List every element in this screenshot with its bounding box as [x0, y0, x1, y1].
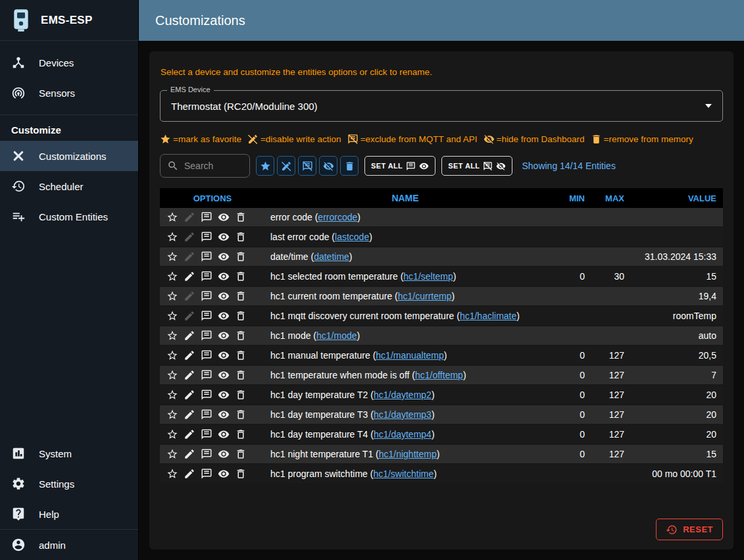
exclude-mqtt-button[interactable]: [198, 268, 215, 285]
edit-button[interactable]: [181, 228, 198, 245]
edit-button[interactable]: [181, 327, 198, 344]
sidebar-item-sensors[interactable]: Sensors: [0, 78, 138, 108]
sidebar-item-settings[interactable]: Settings: [0, 469, 138, 499]
entity-shortname-link[interactable]: hc1/daytemp4: [374, 429, 432, 440]
edit-button[interactable]: [181, 445, 198, 463]
sidebar-item-admin[interactable]: admin: [0, 530, 138, 560]
visibility-button[interactable]: [215, 465, 232, 482]
exclude-mqtt-button[interactable]: [198, 406, 215, 423]
entity-shortname-link[interactable]: hc1/offtemp: [415, 370, 463, 380]
delete-button[interactable]: [232, 209, 249, 226]
edit-button[interactable]: [181, 288, 198, 305]
exclude-mqtt-button[interactable]: [198, 288, 215, 305]
exclude-mqtt-button[interactable]: [198, 386, 215, 403]
entity-shortname-link[interactable]: hc1/daytemp3: [374, 409, 432, 420]
delete-button[interactable]: [232, 327, 249, 344]
entity-shortname-link[interactable]: hc1/currtemp: [398, 291, 452, 301]
exclude-mqtt-button[interactable]: [198, 347, 215, 364]
favorite-star-button[interactable]: [164, 386, 181, 403]
delete-button[interactable]: [232, 367, 249, 384]
edit-button[interactable]: [181, 268, 198, 285]
delete-button[interactable]: [232, 307, 249, 324]
visibility-button[interactable]: [215, 386, 232, 403]
entity-shortname-link[interactable]: datetime: [314, 251, 349, 262]
sidebar-item-system[interactable]: System: [0, 438, 138, 469]
entity-shortname-link[interactable]: hc1/nighttemp: [379, 449, 437, 459]
exclude-mqtt-button[interactable]: [198, 465, 215, 482]
favorite-star-button[interactable]: [164, 406, 181, 423]
favorite-star-button[interactable]: [164, 288, 181, 305]
exclude-mqtt-button[interactable]: [198, 228, 215, 245]
edit-button[interactable]: [181, 209, 198, 226]
visibility-button[interactable]: [215, 209, 232, 226]
filter-hide-button[interactable]: [319, 156, 337, 176]
delete-button[interactable]: [232, 465, 249, 482]
visibility-button[interactable]: [215, 406, 232, 423]
sidebar-item-customizations[interactable]: Customizations: [0, 141, 138, 171]
favorite-star-button[interactable]: [164, 307, 181, 324]
exclude-mqtt-button[interactable]: [198, 367, 215, 384]
exclude-mqtt-button[interactable]: [198, 327, 215, 344]
favorite-star-button[interactable]: [164, 367, 181, 384]
reset-button[interactable]: RESET: [656, 519, 723, 540]
visibility-button[interactable]: [215, 426, 232, 443]
set-all-include-button[interactable]: SET ALL: [364, 156, 435, 176]
sidebar-item-devices[interactable]: Devices: [0, 47, 138, 78]
visibility-button[interactable]: [215, 228, 232, 245]
edit-button[interactable]: [181, 367, 198, 384]
visibility-button[interactable]: [215, 445, 232, 463]
visibility-button[interactable]: [215, 248, 232, 265]
filter-delete-button[interactable]: [340, 156, 359, 176]
ems-device-select[interactable]: EMS Device Thermostat (RC20/Moduline 300…: [160, 90, 723, 122]
sidebar-item-help[interactable]: Help: [0, 499, 138, 529]
visibility-button[interactable]: [215, 367, 232, 384]
favorite-star-button[interactable]: [164, 465, 181, 482]
delete-button[interactable]: [232, 268, 249, 285]
entity-shortname-link[interactable]: hc1/mode: [316, 330, 357, 341]
favorite-star-button[interactable]: [164, 426, 181, 443]
favorite-star-button[interactable]: [164, 445, 181, 463]
favorite-star-button[interactable]: [164, 228, 181, 245]
delete-button[interactable]: [232, 426, 249, 443]
filter-disable-write-button[interactable]: [277, 156, 295, 176]
delete-button[interactable]: [232, 288, 249, 305]
delete-button[interactable]: [232, 445, 249, 463]
entity-shortname-link[interactable]: errorcode: [318, 212, 357, 222]
favorite-star-button[interactable]: [164, 347, 181, 364]
visibility-button[interactable]: [215, 268, 232, 285]
favorite-star-button[interactable]: [164, 327, 181, 344]
entity-shortname-link[interactable]: lastcode: [335, 232, 369, 242]
visibility-button[interactable]: [215, 327, 232, 344]
exclude-mqtt-button[interactable]: [198, 209, 215, 226]
visibility-button[interactable]: [215, 347, 232, 364]
set-all-exclude-button[interactable]: SET ALL: [441, 156, 512, 176]
sidebar-item-custom-entities[interactable]: Custom Entities: [0, 201, 138, 232]
entity-shortname-link[interactable]: hc1/haclimate: [460, 311, 516, 321]
delete-button[interactable]: [232, 248, 249, 265]
edit-button[interactable]: [181, 426, 198, 443]
edit-button[interactable]: [181, 406, 198, 423]
favorite-star-button[interactable]: [164, 248, 181, 265]
filter-favorite-button[interactable]: [256, 156, 274, 176]
exclude-mqtt-button[interactable]: [198, 248, 215, 265]
edit-button[interactable]: [181, 307, 198, 324]
visibility-button[interactable]: [215, 288, 232, 305]
entity-shortname-link[interactable]: hc1/seltemp: [403, 271, 453, 282]
filter-exclude-mqtt-button[interactable]: [298, 156, 316, 176]
favorite-star-button[interactable]: [164, 209, 181, 226]
exclude-mqtt-button[interactable]: [198, 307, 215, 324]
edit-button[interactable]: [181, 248, 198, 265]
edit-button[interactable]: [181, 347, 198, 364]
visibility-button[interactable]: [215, 307, 232, 324]
entity-shortname-link[interactable]: hc1/manualtemp: [376, 350, 444, 361]
delete-button[interactable]: [232, 228, 249, 245]
exclude-mqtt-button[interactable]: [198, 426, 215, 443]
edit-button[interactable]: [181, 386, 198, 403]
exclude-mqtt-button[interactable]: [198, 445, 215, 463]
delete-button[interactable]: [232, 347, 249, 364]
sidebar-item-scheduler[interactable]: Scheduler: [0, 171, 138, 201]
entity-shortname-link[interactable]: hc1/daytemp2: [374, 390, 432, 400]
favorite-star-button[interactable]: [164, 268, 181, 285]
entity-shortname-link[interactable]: hc1/switchtime: [373, 469, 434, 479]
edit-button[interactable]: [181, 465, 198, 482]
